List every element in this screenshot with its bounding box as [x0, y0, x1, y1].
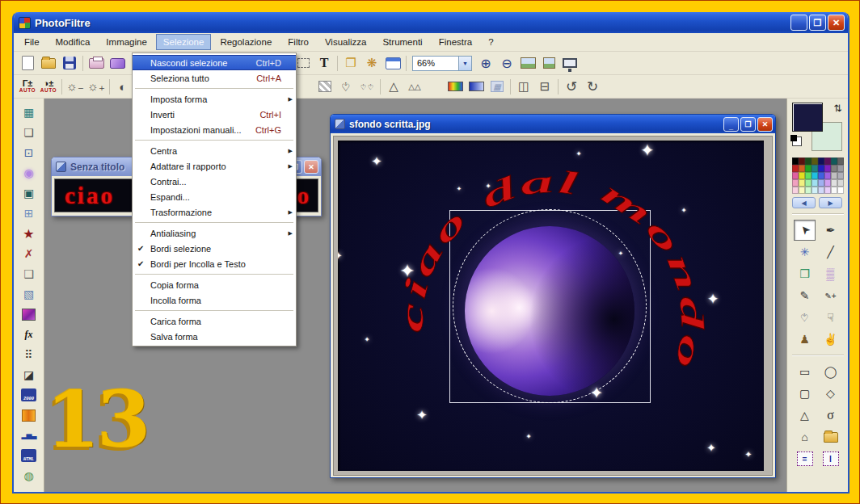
palette-swatch[interactable] [824, 172, 831, 179]
image-maximize-button[interactable]: ❐ [740, 117, 756, 132]
menu-item[interactable]: Carica forma [133, 313, 296, 329]
palette-swatch[interactable] [837, 165, 844, 172]
zoom-value-field[interactable]: 66% [412, 56, 459, 71]
menubar-item-finestra[interactable]: Finestra [432, 34, 480, 50]
palette-swatch[interactable] [792, 172, 799, 179]
palette-swatch[interactable] [799, 187, 805, 194]
saturation-button[interactable] [445, 78, 466, 96]
menubar-item-?[interactable]: ? [481, 34, 500, 50]
frame-icon[interactable]: ◪ [20, 367, 38, 383]
palette-swatch[interactable] [837, 179, 844, 187]
gradient-icon[interactable] [20, 306, 38, 322]
sphere-icon[interactable]: ◉ [20, 165, 38, 181]
menu-item[interactable]: Centra▶ [133, 143, 296, 158]
note-page-icon[interactable]: ❑ [20, 266, 38, 282]
menu-item[interactable]: ✔Bordi selezione [133, 241, 296, 256]
menu-item[interactable]: Trasformazione▶ [133, 204, 296, 220]
palette-swatch[interactable] [812, 172, 818, 179]
palette-swatch[interactable] [799, 158, 805, 165]
palette-swatch[interactable] [805, 158, 812, 165]
brightness-plus-button[interactable]: ☼₊ [86, 78, 107, 96]
image-close-button[interactable]: ✕ [757, 117, 773, 132]
manual-marker-h[interactable]: = [794, 448, 816, 469]
menu-item[interactable]: Adattare il rapporto▶ [133, 158, 296, 174]
palette-swatch[interactable] [805, 172, 812, 179]
thumbnails-icon[interactable]: ⊞ [20, 205, 38, 221]
diamond-select-tool[interactable]: ◇ [820, 383, 841, 404]
rectangle-select-tool[interactable]: ▭ [794, 361, 816, 382]
explorer-button[interactable]: ❐ [340, 54, 361, 73]
close-button[interactable]: ✕ [828, 15, 845, 31]
auto-contrast-button[interactable]: ◑±AUTO [38, 78, 59, 96]
manual-marker-v[interactable]: I [820, 448, 841, 469]
menubar-item-selezione[interactable]: Selezione [156, 34, 212, 50]
menubar-item-immagine[interactable]: Immagine [99, 34, 154, 50]
triangle-select-tool[interactable]: △ [794, 405, 816, 426]
blur-finger-tool[interactable]: ♤ [794, 307, 816, 328]
menubar-item-regolazione[interactable]: Regolazione [213, 34, 279, 50]
save-button[interactable] [59, 54, 80, 73]
palette-prev-button[interactable]: ◀ [792, 197, 816, 208]
palette-swatch[interactable] [792, 179, 799, 187]
palette-swatch[interactable] [824, 165, 831, 172]
move-hand-tool[interactable]: ✌ [820, 329, 841, 350]
magic-wand-tool[interactable]: ✳ [794, 242, 816, 262]
palette-swatch[interactable] [824, 187, 831, 194]
palette-swatch[interactable] [805, 165, 812, 172]
rounded-rect-select-tool[interactable]: ▢ [794, 383, 816, 404]
menu-item[interactable]: Seleziona tuttoCtrl+A [133, 70, 296, 86]
palette-swatch[interactable] [805, 187, 812, 194]
image-minimize-button[interactable]: _ [723, 117, 739, 132]
foreground-color-swatch[interactable] [792, 103, 823, 132]
globe-icon[interactable]: ◍ [20, 468, 38, 484]
image-export-icon[interactable]: ❏ [20, 124, 38, 141]
rotate-left-button[interactable]: ↺ [561, 78, 582, 96]
calculator-icon[interactable]: ▦ [20, 104, 38, 120]
zoom-out-button[interactable]: ⊖ [496, 54, 517, 73]
zoom-dropdown-button[interactable]: ▼ [459, 56, 472, 71]
contrast-minus-button[interactable]: ◐ [112, 78, 133, 96]
menubar-item-visualizza[interactable]: Visualizza [318, 34, 374, 50]
orange-gradient-icon[interactable] [20, 407, 38, 423]
palette-swatch[interactable] [831, 158, 837, 165]
menu-item[interactable]: ✔Bordi per Incolla e Testo [133, 256, 296, 271]
palette-swatch[interactable] [812, 158, 818, 165]
palette-swatch[interactable] [792, 187, 799, 194]
menu-item[interactable]: InvertiCtrl+I [133, 107, 296, 122]
app-titlebar[interactable]: PhotoFiltre _ ❐ ✕ [14, 12, 848, 33]
red-eye-icon[interactable]: ✗ [20, 246, 38, 262]
text-tool-button[interactable]: T [314, 54, 335, 73]
default-colors-icon[interactable] [792, 136, 802, 146]
palette-swatch[interactable] [824, 179, 831, 187]
palette-swatch[interactable] [799, 179, 805, 187]
polygon-select-tool[interactable]: ⌂ [794, 426, 816, 447]
lasso-select-tool[interactable]: σ [820, 405, 841, 426]
clone-stamp-tool[interactable]: ♟ [794, 329, 816, 350]
scan-button[interactable] [107, 54, 128, 73]
maximize-button[interactable]: ❐ [809, 15, 826, 31]
hue-gradient-button[interactable] [466, 78, 487, 96]
brightness-minus-button[interactable]: ☼₋ [65, 78, 86, 96]
palette-swatch[interactable] [792, 165, 799, 172]
auto-levels-button[interactable]: Γ±AUTO [17, 78, 38, 96]
palette-swatch[interactable] [799, 165, 805, 172]
palette-swatch[interactable] [824, 158, 831, 165]
camera-icon[interactable]: ▣ [20, 185, 38, 201]
image-window[interactable]: sfondo scritta.jpg _ ❐ ✕ ciao dal mondo [330, 114, 776, 478]
image-browser-button[interactable] [382, 54, 403, 73]
print-button[interactable] [86, 54, 107, 73]
fx-effects-icon[interactable]: fx [20, 326, 38, 342]
fullscreen-button[interactable] [559, 54, 580, 73]
screen-preview-icon[interactable]: ⊡ [20, 145, 38, 161]
palette-swatch[interactable] [812, 165, 818, 172]
actual-size-button[interactable] [538, 54, 559, 73]
palette-swatch[interactable] [818, 158, 824, 165]
eyedropper-tool[interactable]: ✒ [820, 220, 841, 241]
html-export-icon[interactable]: HTML [20, 447, 38, 464]
brush-tool[interactable]: ✎ [794, 285, 816, 306]
palette-swatch[interactable] [812, 179, 818, 187]
smudge-tool[interactable]: ☟ [820, 307, 841, 328]
palette-swatch[interactable] [792, 158, 799, 165]
flip-horizontal-button[interactable]: ◫ [513, 78, 534, 96]
transparency-button[interactable] [314, 78, 335, 96]
